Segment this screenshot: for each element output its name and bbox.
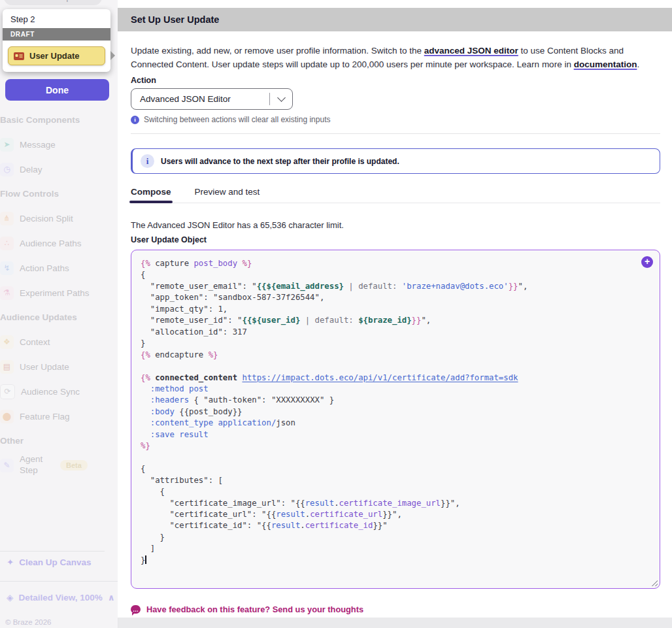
clean-up-canvas-label: Clean Up Canvas	[19, 557, 91, 567]
id-card-icon	[14, 52, 24, 60]
chevron-down-icon	[270, 97, 292, 101]
sidebar-item-audience-sync[interactable]: ⟳Audience Sync	[0, 379, 109, 404]
done-button[interactable]: Done	[5, 79, 109, 101]
sidebar-item-label: Message	[20, 140, 56, 150]
id-card-icon: ▤	[0, 360, 14, 374]
code-line: ]	[141, 543, 650, 554]
tab-preview-and-test[interactable]: Preview and test	[195, 187, 260, 203]
sidebar-item-user-update[interactable]: ▤User Update	[0, 354, 109, 379]
code-line: "remote_user_id": "{{${user_id} | defaul…	[141, 315, 650, 326]
tab-bar: ComposePreview and test	[131, 187, 660, 203]
divider	[0, 551, 105, 552]
search-icon: ⌕	[10, 0, 15, 2]
sidebar-item-label: Audience Paths	[20, 239, 82, 248]
action-select[interactable]: Advanced JSON Editor	[131, 88, 293, 110]
page-title: Set Up User Update	[131, 14, 219, 25]
info-icon: i	[131, 116, 139, 124]
code-line: }	[141, 532, 650, 543]
resize-handle[interactable]	[650, 579, 658, 586]
code-line: {% endcapture %}	[141, 350, 650, 361]
code-line	[141, 452, 650, 463]
inline-link[interactable]: documentation	[574, 59, 637, 69]
code-line: :body {{post_body}}	[141, 406, 650, 418]
sidebar-item-context[interactable]: ❖Context	[0, 329, 109, 354]
sidebar-item-action-paths[interactable]: ↯Action Paths	[0, 256, 109, 280]
sidebar-item-label: User Update	[20, 362, 69, 372]
code-line: :method post	[141, 384, 650, 395]
sidebar-item-label: Context	[20, 337, 50, 347]
sidebar-item-experiment-paths[interactable]: ⚗Experiment Paths	[0, 280, 109, 305]
sidebar-item-feature-flag[interactable]: ⬤Feature Flag	[0, 404, 109, 429]
code-line	[141, 361, 650, 372]
action-label: Action	[131, 76, 660, 85]
sidebar-item-message[interactable]: ➤Message	[0, 132, 109, 157]
paper-plane-icon: ➤	[0, 138, 14, 152]
description-text: Update existing, add new, or remove user…	[131, 46, 424, 56]
component-sidebar: ⌕ Search workspace Step 2 DRAFT User Upd…	[0, 0, 118, 628]
sidebar-item-audience-paths[interactable]: ∴Audience Paths	[0, 231, 109, 256]
palette-section-title: Audience Updates	[0, 305, 109, 329]
palette-section-title: Other	[0, 429, 109, 453]
flask-icon: ⚗	[0, 286, 14, 300]
feedback-link[interactable]: … Have feedback on this feature? Send us…	[131, 604, 660, 614]
split-icon: ⋔	[0, 212, 14, 225]
code-line: {	[141, 486, 650, 497]
divider	[0, 581, 118, 582]
sidebar-item-decision-split[interactable]: ⋔Decision Split	[0, 206, 109, 231]
popup-pointer	[110, 51, 115, 60]
code-line: "allocation_id": 317	[141, 327, 650, 338]
detailed-view-toggle[interactable]: ◈ Detailed View, 100% ∧	[7, 592, 115, 603]
code-line: {	[141, 269, 650, 280]
description-text: .	[637, 59, 639, 69]
code-line: }	[141, 338, 650, 349]
json-editor[interactable]: + {% capture post_body %}{ "remote_user_…	[131, 250, 660, 589]
chevron-up-icon: ∧	[108, 592, 115, 603]
wand-icon: ✦	[7, 557, 14, 567]
clean-up-canvas-button[interactable]: ✦ Clean Up Canvas	[7, 557, 92, 567]
code-line: {% capture post_body %}	[141, 258, 650, 269]
user-update-chip-label: User Update	[29, 51, 80, 61]
context-icon: ❖	[0, 335, 14, 349]
sidebar-item-delay[interactable]: ◷Delay	[0, 157, 109, 182]
palette-section-title: Flow Controls	[0, 182, 109, 206]
sidebar-item-label: Action Paths	[20, 263, 69, 273]
inline-link[interactable]: advanced JSON editor	[424, 46, 518, 56]
audience-icon: ∴	[0, 237, 14, 250]
user-update-chip[interactable]: User Update	[8, 46, 105, 65]
copyright: © Braze 2026	[5, 618, 52, 626]
palette-section-title: Basic Components	[0, 108, 109, 132]
sync-icon: ⟳	[0, 384, 15, 399]
code-line: "impact_qty": 1,	[141, 304, 650, 315]
character-limit-text: The Advanced JSON Editor has a 65,536 ch…	[131, 220, 660, 230]
code-line: {% connected_content https://impact.dots…	[141, 372, 650, 384]
detailed-view-label: Detailed View, 100%	[18, 593, 102, 603]
search-placeholder: Search workspace	[19, 0, 84, 2]
toggle-icon: ⬤	[0, 410, 14, 423]
action-note-text: Switching between actions will clear all…	[144, 115, 330, 124]
wand-icon: ✎	[0, 459, 14, 472]
code-content[interactable]: {% capture post_body %}{ "remote_user_em…	[141, 258, 650, 566]
clock-icon: ◷	[0, 163, 14, 176]
tab-compose[interactable]: Compose	[131, 187, 171, 203]
code-line: :save result	[141, 429, 650, 440]
workspace-search-input[interactable]: ⌕ Search workspace	[4, 0, 102, 5]
canvas-view-icon: ◈	[7, 592, 13, 603]
step-label: Step 2	[3, 9, 110, 28]
editor-label: User Update Object	[131, 235, 660, 244]
component-palette: Basic Components➤Message◷DelayFlow Contr…	[0, 108, 109, 478]
code-line: %}	[141, 440, 650, 452]
code-line: }	[141, 555, 650, 566]
code-line: "attributes": [	[141, 475, 650, 486]
panel-header: Set Up User Update	[118, 8, 672, 31]
lightning-icon: ↯	[0, 261, 14, 275]
action-select-value: Advanced JSON Editor	[131, 94, 231, 104]
add-personalization-button[interactable]: +	[641, 256, 653, 268]
sidebar-item-label: Feature Flag	[20, 412, 70, 421]
status-badge: DRAFT	[3, 28, 110, 41]
text-cursor	[145, 555, 146, 564]
sidebar-item-agent-step[interactable]: ✎Agent StepBeta	[0, 453, 109, 478]
sidebar-item-label: Decision Split	[20, 214, 73, 223]
sidebar-item-label: Audience Sync	[21, 387, 80, 397]
sidebar-item-label: Delay	[20, 165, 42, 174]
code-line: "app_token": "sandbox-587-37f26544",	[141, 292, 650, 303]
